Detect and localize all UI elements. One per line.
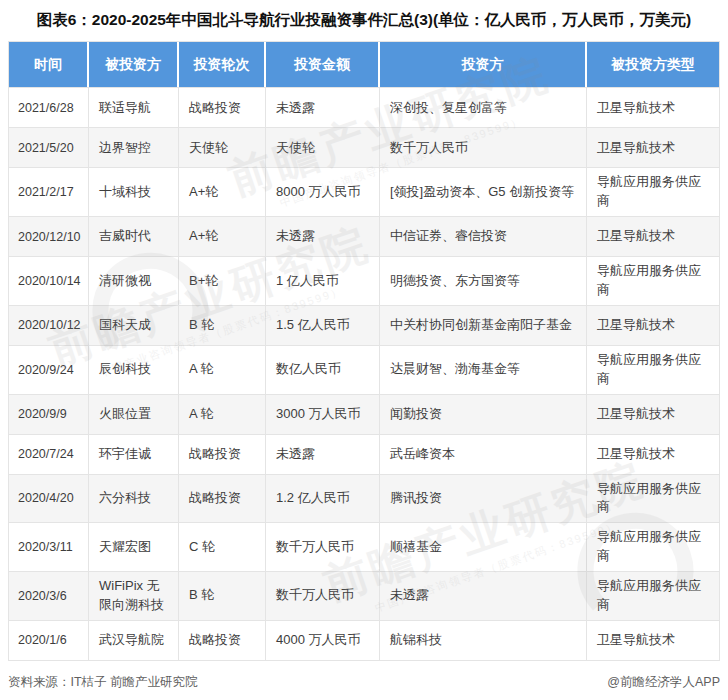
cell-round: B+轮 — [179, 256, 266, 305]
cell-investee: 国科天成 — [89, 305, 179, 345]
cell-date: 2020/3/11 — [9, 522, 89, 571]
cell-round: 战略投资 — [179, 620, 266, 660]
table-row: 2020/9/24 辰创科技 A 轮 数亿人民币 达晨财智、渤海基金等 导航应用… — [9, 345, 719, 394]
cell-investor: 顺禧基金 — [380, 522, 587, 571]
cell-investee: 十域科技 — [89, 167, 179, 216]
cell-type: 导航应用服务供应商 — [587, 167, 719, 216]
cell-amount: 天使轮 — [266, 127, 380, 167]
cell-round: 天使轮 — [179, 127, 266, 167]
cell-investee: 联适导航 — [89, 87, 179, 127]
cell-investee: 边界智控 — [89, 127, 179, 167]
table-footer: 资料来源：IT桔子 前瞻产业研究院 @前瞻经济学人APP — [8, 674, 720, 691]
cell-date: 2020/12/10 — [9, 216, 89, 256]
cell-date: 2021/5/20 — [9, 127, 89, 167]
source-note: 资料来源：IT桔子 前瞻产业研究院 — [8, 674, 198, 691]
cell-type: 导航应用服务供应商 — [587, 571, 719, 620]
cell-investor: 深创投、复星创富等 — [380, 87, 587, 127]
table-row: 2020/3/6 WiFiPix 无限向溯科技 B 轮 数千万人民币 未透露 导… — [9, 571, 719, 620]
cell-investor: 明德投资、东方国资等 — [380, 256, 587, 305]
cell-date: 2020/1/6 — [9, 620, 89, 660]
column-header-type: 被投资方类型 — [587, 42, 719, 87]
table-row: 2020/9/9 火眼位置 A 轮 3000 万人民币 闻勤投资 卫星导航技术 — [9, 394, 719, 434]
cell-round: 战略投资 — [179, 87, 266, 127]
cell-investee: 环宇佳诚 — [89, 434, 179, 474]
table-body: 2021/6/28 联适导航 战略投资 未透露 深创投、复星创富等 卫星导航技术… — [9, 87, 719, 659]
cell-type: 卫星导航技术 — [587, 87, 719, 127]
cell-round: C 轮 — [179, 522, 266, 571]
cell-round: A+轮 — [179, 167, 266, 216]
cell-round: A 轮 — [179, 394, 266, 434]
cell-type: 卫星导航技术 — [587, 216, 719, 256]
table-row: 2020/3/11 天耀宏图 C 轮 数千万人民币 顺禧基金 导航应用服务供应商 — [9, 522, 719, 571]
cell-amount: 数千万人民币 — [266, 571, 380, 620]
table-row: 2020/7/24 环宇佳诚 战略投资 未透露 武岳峰资本 卫星导航技术 — [9, 434, 719, 474]
cell-type: 导航应用服务供应商 — [587, 522, 719, 571]
cell-type: 卫星导航技术 — [587, 394, 719, 434]
cell-date: 2021/2/17 — [9, 167, 89, 216]
cell-amount: 未透露 — [266, 434, 380, 474]
table-row: 2021/6/28 联适导航 战略投资 未透露 深创投、复星创富等 卫星导航技术 — [9, 87, 719, 127]
cell-amount: 1 亿人民币 — [266, 256, 380, 305]
column-header-investor: 投资方 — [380, 42, 587, 87]
cell-investor: 闻勤投资 — [380, 394, 587, 434]
cell-investor: 中关村协同创新基金南阳子基金 — [380, 305, 587, 345]
cell-amount: 未透露 — [266, 87, 380, 127]
cell-round: 战略投资 — [179, 474, 266, 523]
cell-date: 2021/6/28 — [9, 87, 89, 127]
cell-investor: 数千万人民币 — [380, 127, 587, 167]
cell-investee: 六分科技 — [89, 474, 179, 523]
table-row: 2020/10/14 清研微视 B+轮 1 亿人民币 明德投资、东方国资等 导航… — [9, 256, 719, 305]
cell-round: B 轮 — [179, 305, 266, 345]
column-header-investee: 被投资方 — [89, 42, 179, 87]
cell-amount: 数千万人民币 — [266, 522, 380, 571]
cell-amount: 数亿人民币 — [266, 345, 380, 394]
cell-amount: 未透露 — [266, 216, 380, 256]
cell-investee: 清研微视 — [89, 256, 179, 305]
cell-round: 战略投资 — [179, 434, 266, 474]
column-header-amount: 投资金额 — [266, 42, 380, 87]
cell-investee: 火眼位置 — [89, 394, 179, 434]
table-row: 2020/12/10 吉威时代 A+轮 未透露 中信证券、睿信投资 卫星导航技术 — [9, 216, 719, 256]
table-row: 2021/2/17 十域科技 A+轮 8000 万人民币 [领投]盈动资本、G5… — [9, 167, 719, 216]
cell-investee: 武汉导航院 — [89, 620, 179, 660]
column-header-date: 时间 — [9, 42, 89, 87]
cell-date: 2020/4/20 — [9, 474, 89, 523]
cell-date: 2020/3/6 — [9, 571, 89, 620]
table-header-row: 时间 被投资方 投资轮次 投资金额 投资方 被投资方类型 — [9, 42, 719, 87]
cell-investor: 中信证券、睿信投资 — [380, 216, 587, 256]
cell-investee: 辰创科技 — [89, 345, 179, 394]
cell-round: A+轮 — [179, 216, 266, 256]
cell-investor: [领投]盈动资本、G5 创新投资等 — [380, 167, 587, 216]
cell-type: 导航应用服务供应商 — [587, 474, 719, 523]
page-title: 图表6：2020-2025年中国北斗导航行业投融资事件汇总(3)(单位：亿人民币… — [6, 9, 722, 31]
cell-amount: 1.5 亿人民币 — [266, 305, 380, 345]
cell-date: 2020/7/24 — [9, 434, 89, 474]
cell-date: 2020/9/9 — [9, 394, 89, 434]
table-row: 2020/4/20 六分科技 战略投资 1.2 亿人民币 腾讯投资 导航应用服务… — [9, 474, 719, 523]
cell-type: 卫星导航技术 — [587, 305, 719, 345]
table-row: 2021/5/20 边界智控 天使轮 天使轮 数千万人民币 卫星导航技术 — [9, 127, 719, 167]
cell-amount: 3000 万人民币 — [266, 394, 380, 434]
cell-amount: 4000 万人民币 — [266, 620, 380, 660]
brand-credit: @前瞻经济学人APP — [607, 674, 720, 691]
cell-amount: 8000 万人民币 — [266, 167, 380, 216]
cell-type: 导航应用服务供应商 — [587, 345, 719, 394]
cell-date: 2020/9/24 — [9, 345, 89, 394]
cell-type: 卫星导航技术 — [587, 434, 719, 474]
cell-type: 卫星导航技术 — [587, 127, 719, 167]
table-row: 2020/1/6 武汉导航院 战略投资 4000 万人民币 航锦科技 卫星导航技… — [9, 620, 719, 660]
cell-investor: 航锦科技 — [380, 620, 587, 660]
cell-round: B 轮 — [179, 571, 266, 620]
cell-type: 卫星导航技术 — [587, 620, 719, 660]
cell-investor: 达晨财智、渤海基金等 — [380, 345, 587, 394]
table-row: 2020/10/12 国科天成 B 轮 1.5 亿人民币 中关村协同创新基金南阳… — [9, 305, 719, 345]
investment-table: 时间 被投资方 投资轮次 投资金额 投资方 被投资方类型 2021/6/28 联… — [8, 41, 720, 660]
cell-date: 2020/10/12 — [9, 305, 89, 345]
cell-date: 2020/10/14 — [9, 256, 89, 305]
column-header-round: 投资轮次 — [179, 42, 266, 87]
cell-investee: WiFiPix 无限向溯科技 — [89, 571, 179, 620]
cell-investor: 腾讯投资 — [380, 474, 587, 523]
cell-investor: 未透露 — [380, 571, 587, 620]
cell-type: 导航应用服务供应商 — [587, 256, 719, 305]
cell-amount: 1.2 亿人民币 — [266, 474, 380, 523]
